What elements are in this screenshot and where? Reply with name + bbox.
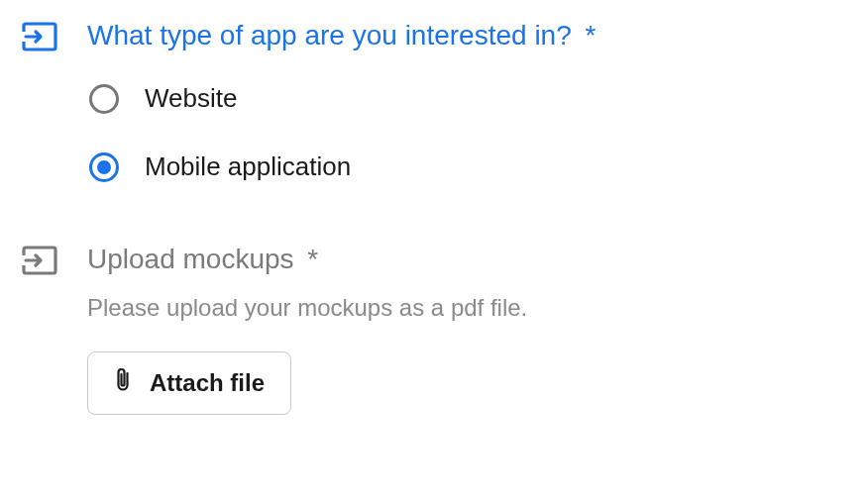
radio-label: Mobile application bbox=[145, 151, 351, 182]
radio-group: Website Mobile application bbox=[87, 83, 846, 182]
question-app-type: What type of app are you interested in? … bbox=[22, 18, 846, 182]
radio-circle-icon bbox=[89, 152, 119, 182]
question-content: Upload mockups * Please upload your mock… bbox=[87, 242, 846, 414]
question-content: What type of app are you interested in? … bbox=[87, 18, 846, 182]
helper-text: Please upload your mockups as a pdf file… bbox=[87, 294, 846, 322]
radio-label: Website bbox=[145, 83, 237, 114]
question-title: What type of app are you interested in? … bbox=[87, 18, 846, 53]
question-upload-mockups: Upload mockups * Please upload your mock… bbox=[22, 242, 846, 414]
required-asterisk: * bbox=[586, 20, 597, 50]
radio-circle-icon bbox=[89, 84, 119, 114]
attach-file-label: Attach file bbox=[150, 369, 265, 397]
question-title-text: What type of app are you interested in? bbox=[87, 20, 572, 50]
input-indicator-icon bbox=[22, 246, 57, 275]
required-asterisk: * bbox=[307, 244, 318, 274]
attach-file-button[interactable]: Attach file bbox=[87, 351, 291, 415]
input-indicator-icon bbox=[22, 22, 57, 51]
radio-option-mobile[interactable]: Mobile application bbox=[89, 151, 846, 182]
question-title: Upload mockups * bbox=[87, 242, 846, 277]
question-title-text: Upload mockups bbox=[87, 244, 294, 274]
paperclip-icon bbox=[114, 366, 132, 400]
radio-option-website[interactable]: Website bbox=[89, 83, 846, 114]
